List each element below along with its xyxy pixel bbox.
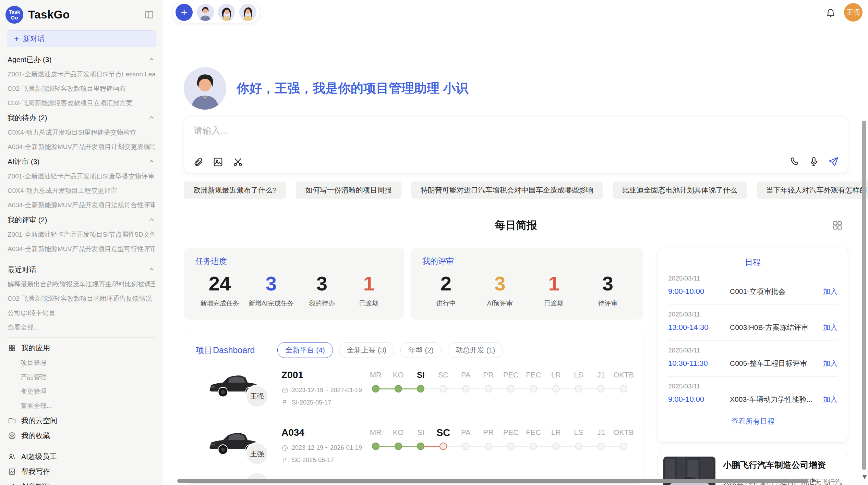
tab-new-platform[interactable]: 全新平台 (4)	[277, 342, 333, 358]
milestone-dot	[507, 385, 515, 393]
grid-icon[interactable]	[832, 220, 843, 231]
flag-icon	[281, 457, 288, 464]
milestone-dot	[552, 443, 560, 450]
event-name: X003-车辆动力学性能验...	[730, 395, 823, 404]
stat-new-completed: 24 新增完成任务	[200, 272, 239, 308]
new-chat-button[interactable]: + 新对话	[7, 30, 156, 47]
divider	[8, 446, 155, 446]
paperclip-icon[interactable]	[193, 157, 203, 167]
suggestion-chip[interactable]: 比亚迪全固态电池计划具体说了什么	[613, 182, 747, 199]
mic-icon[interactable]	[809, 157, 819, 167]
milestone-rail: MR KO SI SC PA PR PEC FEC LR LS J1 OKTB	[364, 369, 635, 394]
app-item-project-mgmt[interactable]: 项目管理	[8, 356, 155, 370]
app-item-product-mgmt[interactable]: 产品管理	[8, 370, 155, 384]
task-item[interactable]: C02-飞腾新能源轻客改款项目里程碑画布	[8, 82, 155, 96]
section-header-recent[interactable]: 最近对话	[8, 262, 155, 277]
task-item[interactable]: Z001-全新燃油轻卡产品开发项目SI造型提交物评审	[8, 169, 155, 184]
sidebar-item-creative-drawing[interactable]: 创意制图	[8, 479, 155, 485]
star-badge-icon	[8, 432, 16, 440]
bell-icon[interactable]	[825, 7, 836, 17]
app-item-change-mgmt[interactable]: 变更管理	[8, 384, 155, 399]
scroll-right-arrow-icon[interactable]	[812, 478, 816, 483]
chevron-up-icon[interactable]	[148, 266, 155, 273]
chevron-up-icon[interactable]	[148, 114, 155, 122]
recent-chat-item[interactable]: C02-飞腾新能源轻客改款项目的闭环通告反馈情况	[8, 291, 155, 306]
scissors-icon[interactable]	[233, 157, 243, 167]
join-button[interactable]: 加入	[823, 395, 837, 404]
card-title: 我的评审	[422, 256, 631, 266]
tab-model-year[interactable]: 年型 (2)	[400, 342, 442, 358]
sidebar-item-favorites[interactable]: 我的收藏	[8, 428, 155, 443]
task-item[interactable]: Z001-全新燃油皮卡产品开发项目SI节点Lesson Learn报告	[8, 67, 155, 82]
view-all-schedule-link[interactable]: 查看所有日程	[658, 416, 848, 426]
task-item[interactable]: C02-飞腾新能源轻客改款项目立项汇报方案	[8, 96, 155, 110]
clock-icon	[281, 445, 288, 451]
suggestion-chip[interactable]: 特朗普可能对进口汽车增税会对中国车企造成哪些影响	[411, 182, 603, 199]
section-title: 我的待办 (2)	[8, 113, 47, 123]
join-button[interactable]: 加入	[823, 287, 837, 296]
cloud-space-label: 我的云空间	[21, 416, 57, 425]
sidebar-item-ai-super-staff[interactable]: AI超级员工	[8, 449, 155, 464]
project-row-z001[interactable]: 王强 Z001 2023-12-19 ~ 2027-01-19 SI-2025-…	[196, 368, 635, 422]
section-header-my-review[interactable]: 我的评审 (2)	[8, 212, 155, 227]
session-avatar[interactable]	[197, 4, 214, 21]
date-range-text: 2023-12-19 ~ 2026-01-19	[292, 444, 362, 451]
session-avatar[interactable]	[239, 4, 256, 21]
recent-view-all[interactable]: 查看全部...	[8, 320, 155, 335]
tab-new-body[interactable]: 全新上装 (3)	[339, 342, 395, 358]
stat-overdue: 1 已逾期	[350, 272, 388, 308]
image-icon[interactable]	[213, 157, 223, 167]
milestone-label: MR	[364, 426, 387, 439]
join-button[interactable]: 加入	[823, 323, 837, 332]
section-header-ai-review[interactable]: AI评审 (3)	[8, 154, 155, 169]
add-session-button[interactable]: +	[176, 4, 193, 21]
phone-icon[interactable]	[789, 157, 800, 167]
sidebar-item-cloud-space[interactable]: 我的云空间	[8, 413, 155, 428]
tab-powertrain[interactable]: 动总开发 (1)	[448, 342, 503, 358]
scroll-down-arrow-icon[interactable]	[862, 475, 867, 479]
stat-new-ai-completed: 3 新增AI完成任务	[249, 272, 294, 308]
milestone-label: PEC	[500, 369, 522, 381]
task-item[interactable]: C0X4-动力总成开发项目工程变更评审	[8, 184, 155, 198]
sidebar-body: Agent已办 (3) Z001-全新燃油皮卡产品开发项目SI节点Lesson …	[0, 49, 163, 485]
chevron-up-icon[interactable]	[148, 216, 155, 224]
vertical-scrollbar[interactable]	[862, 121, 866, 470]
send-icon[interactable]	[828, 156, 839, 167]
stat-my-todo: 3 我的待办	[303, 272, 341, 308]
suggestion-chip[interactable]: 如何写一份清晰的项目周报	[296, 182, 401, 199]
chevron-up-icon[interactable]	[148, 158, 155, 165]
suggestion-chip[interactable]: 欧洲新规最近颁布了什么?	[184, 182, 286, 199]
event-time: 13:00-14:30	[668, 323, 730, 332]
milestone-label: FEC	[522, 369, 545, 381]
project-row-a034[interactable]: 王强 A034 2023-12-19 ~ 2026-01-19 SC-2025-…	[196, 425, 635, 480]
milestone-label: SC	[432, 369, 455, 381]
join-button[interactable]: 加入	[823, 359, 837, 368]
milestone-label: OKTB	[612, 426, 635, 439]
milestone-label: PA	[455, 426, 477, 439]
horizontal-scrollbar[interactable]	[177, 479, 808, 483]
user-avatar[interactable]: 王强	[844, 3, 863, 22]
session-avatar[interactable]	[218, 4, 235, 21]
apps-view-all[interactable]: 查看全部...	[8, 399, 155, 413]
section-header-agent-done[interactable]: Agent已办 (3)	[8, 52, 155, 67]
collapse-panel-icon[interactable]	[143, 9, 155, 20]
task-item[interactable]: A034-全新新能源MUV产品开发项目计划变更表编写	[8, 140, 155, 154]
recent-chat-item[interactable]: 解释最新出台的欧盟报废车法规再生塑料比例被调至15%...	[8, 277, 155, 291]
chat-input[interactable]	[193, 123, 674, 138]
divider	[8, 337, 155, 338]
card-title: 任务进度	[195, 256, 393, 266]
chevron-up-icon[interactable]	[148, 56, 155, 63]
recent-chat-item[interactable]: 公司Q3轻卡销量	[8, 306, 155, 320]
task-item[interactable]: Z001-全新燃油轻卡产品开发项目SI节点属性5D文件评审	[8, 227, 155, 242]
stat-label: 已逾期	[535, 299, 573, 308]
task-item[interactable]: C0X4-动力总成开发项目SI里程碑提交物检查	[8, 125, 155, 140]
suggestion-chip[interactable]: 当下年轻人对汽车外观有怎样的喜好趋势	[757, 182, 868, 199]
task-item[interactable]: A034-全新新能源MUV产品开发项目造型可行性评审	[8, 242, 155, 256]
milestone-label: FEC	[522, 426, 545, 439]
section-title: 最近对话	[8, 265, 36, 274]
sidebar-item-help-me-write[interactable]: 帮我写作	[8, 464, 155, 479]
next-node-text: SI-2025-05-17	[292, 399, 331, 406]
task-item[interactable]: A034-全新新能源MUV产品开发项目法规符合性评审	[8, 198, 155, 212]
sidebar-item-my-apps[interactable]: 我的应用	[8, 340, 155, 356]
section-header-my-todo[interactable]: 我的待办 (2)	[8, 110, 155, 125]
